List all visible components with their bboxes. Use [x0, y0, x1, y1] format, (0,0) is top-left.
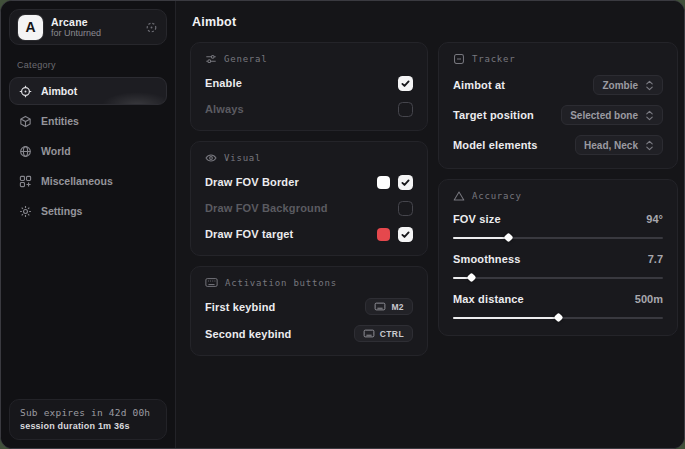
sidebar-item-world[interactable]: World [9, 137, 167, 165]
accuracy-card: Accuracy FOV size 94° [438, 179, 678, 336]
sidebar-item-settings[interactable]: Settings [9, 197, 167, 225]
brand-text: Arcane for Unturned [51, 16, 137, 38]
tracker-card-header: Tracker [453, 53, 663, 65]
accuracy-card-header: Accuracy [453, 190, 663, 202]
sidebar-item-aimbot[interactable]: Aimbot [9, 77, 167, 105]
keyboard-icon [363, 329, 375, 338]
visual-card: Visual Draw FOV Border Draw FOV Backgrou… [190, 141, 428, 256]
target-position-dropdown[interactable]: Selected bone [561, 105, 663, 125]
color-swatch[interactable] [377, 176, 390, 189]
setting-row-enable: Enable [205, 75, 413, 91]
scan-icon [453, 53, 465, 65]
setting-row-target-position: Target position Selected bone [453, 105, 663, 125]
card-title: Visual [224, 153, 261, 163]
general-card: General Enable Always [190, 42, 428, 131]
slider-fill [453, 277, 471, 279]
right-column: Tracker Aimbot at Zombie Target position [438, 42, 678, 336]
slider-value: 94° [646, 213, 663, 225]
setting-row-second-keybind: Second keybind CTRL [205, 325, 413, 342]
sidebar-spacer [9, 225, 167, 399]
setting-label: Draw FOV Border [205, 176, 299, 188]
fov-border-checkbox[interactable] [398, 175, 413, 190]
unfold-icon [645, 110, 654, 121]
app-logo: A [18, 15, 43, 40]
aimbot-at-dropdown[interactable]: Zombie [593, 75, 663, 95]
setting-label: Target position [453, 109, 534, 121]
smoothness-slider[interactable] [453, 273, 663, 282]
sidebar-item-label: Entities [41, 115, 79, 127]
second-keybind-button[interactable]: CTRL [354, 325, 413, 342]
always-checkbox[interactable] [398, 102, 413, 117]
slider-thumb[interactable] [554, 313, 564, 323]
setting-label: Draw FOV Background [205, 202, 328, 214]
fov-background-checkbox[interactable] [398, 201, 413, 216]
unfold-icon [645, 140, 654, 151]
main-panel: Aimbot General Enable [176, 1, 685, 448]
card-title: General [224, 54, 268, 64]
fov-size-slider[interactable] [453, 233, 663, 242]
gear-icon [19, 205, 32, 218]
subscription-card: Sub expires in 42d 00h session duration … [9, 399, 167, 440]
unfold-icon [645, 80, 654, 91]
visual-card-header: Visual [205, 152, 413, 164]
app-window: A Arcane for Unturned Category Aimbot [0, 0, 685, 449]
sidebar-item-miscellaneous[interactable]: Miscellaneous [9, 167, 167, 195]
keyboard-icon [374, 302, 386, 311]
slider-group-smoothness: Smoothness 7.7 [453, 251, 663, 282]
slider-group-max-distance: Max distance 500m [453, 291, 663, 322]
max-distance-slider[interactable] [453, 313, 663, 322]
sidebar-item-label: Miscellaneous [41, 175, 113, 187]
setting-label: First keybind [205, 301, 275, 313]
setting-row-aimbot-at: Aimbot at Zombie [453, 75, 663, 95]
sidebar-item-entities[interactable]: Entities [9, 107, 167, 135]
setting-row-fov-background: Draw FOV Background [205, 200, 413, 216]
page-title: Aimbot [192, 15, 678, 29]
model-elements-dropdown[interactable]: Head, Neck [575, 135, 663, 155]
setting-row-first-keybind: First keybind M2 [205, 298, 413, 315]
setting-label: Always [205, 103, 244, 115]
setting-label: Model elements [453, 139, 538, 151]
left-column: General Enable Always [190, 42, 428, 356]
enable-checkbox[interactable] [398, 76, 413, 91]
tune-icon [205, 53, 217, 65]
slider-thumb[interactable] [503, 233, 513, 243]
crosshair-icon [19, 85, 32, 98]
setting-label: FOV size [453, 213, 501, 225]
setting-label: Second keybind [205, 328, 291, 340]
tracker-card: Tracker Aimbot at Zombie Target position [438, 42, 678, 169]
setting-label: Enable [205, 77, 242, 89]
row-controls [377, 175, 413, 190]
desktop-background: A Arcane for Unturned Category Aimbot [0, 0, 685, 449]
slider-value: 7.7 [648, 253, 663, 265]
slider-label-row: FOV size 94° [453, 211, 663, 227]
slider-fill [453, 317, 558, 319]
check-icon [400, 229, 411, 240]
sync-icon[interactable] [145, 21, 158, 34]
app-subtitle: for Unturned [51, 28, 137, 38]
setting-row-fov-target: Draw FOV target [205, 226, 413, 242]
sidebar: A Arcane for Unturned Category Aimbot [1, 1, 176, 448]
session-duration: session duration 1m 36s [20, 421, 156, 431]
brand-card: A Arcane for Unturned [9, 9, 167, 45]
eye-icon [205, 152, 217, 164]
slider-group-fov-size: FOV size 94° [453, 211, 663, 242]
card-title: Tracker [472, 54, 516, 64]
sidebar-item-label: Settings [41, 205, 82, 217]
app-name: Arcane [51, 16, 137, 28]
fov-target-checkbox[interactable] [398, 227, 413, 242]
category-label: Category [17, 60, 159, 70]
keybind-value: M2 [391, 302, 404, 312]
slider-thumb[interactable] [466, 273, 476, 283]
dropdown-value: Head, Neck [584, 140, 638, 151]
cube-icon [19, 115, 32, 128]
card-title: Accuracy [472, 191, 522, 201]
slider-fill [453, 237, 508, 239]
slider-label-row: Smoothness 7.7 [453, 251, 663, 267]
color-swatch[interactable] [377, 228, 390, 241]
slider-label-row: Max distance 500m [453, 291, 663, 307]
first-keybind-button[interactable]: M2 [365, 298, 413, 315]
triangle-icon [453, 190, 465, 202]
keybind-value: CTRL [380, 329, 404, 339]
setting-label: Draw FOV target [205, 228, 293, 240]
activation-card-header: Activation buttons [205, 277, 413, 288]
